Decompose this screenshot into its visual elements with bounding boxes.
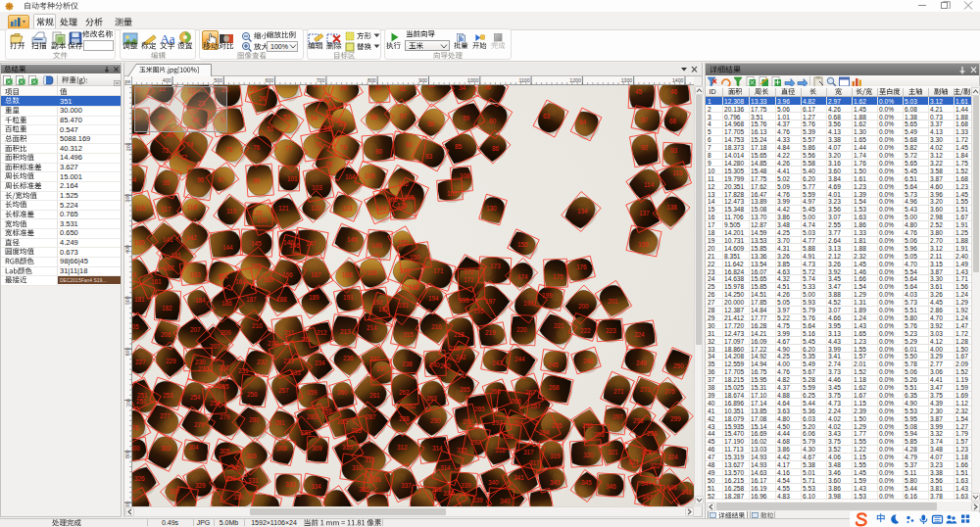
svg-text:105: 105: [365, 172, 375, 179]
svg-text:800: 800: [368, 77, 376, 83]
svg-text:26: 26: [250, 85, 258, 92]
svg-text:219: 219: [485, 329, 496, 336]
svg-text:164: 164: [218, 273, 228, 280]
svg-text:56: 56: [370, 114, 378, 120]
svg-text:101: 101: [287, 175, 298, 182]
svg-text:246: 246: [583, 358, 594, 364]
svg-text:1000: 1000: [467, 77, 479, 83]
svg-text:280: 280: [249, 416, 260, 423]
svg-text:343: 343: [550, 479, 561, 486]
svg-text:233: 233: [283, 358, 294, 364]
svg-text:94: 94: [132, 176, 137, 183]
svg-text:338: 338: [443, 490, 454, 497]
svg-text:348: 348: [681, 489, 692, 496]
svg-text:296: 296: [594, 431, 605, 438]
svg-text:205: 205: [132, 323, 139, 330]
svg-text:259: 259: [321, 407, 332, 414]
svg-text:346: 346: [606, 483, 616, 490]
svg-text:172: 172: [464, 268, 474, 275]
svg-text:338: 338: [431, 486, 442, 493]
svg-text:292: 292: [470, 439, 481, 446]
svg-text:46: 46: [670, 88, 678, 95]
svg-text:64: 64: [579, 119, 587, 125]
svg-text:254: 254: [210, 400, 220, 407]
svg-text:210: 210: [268, 340, 278, 347]
svg-text:108: 108: [460, 172, 470, 179]
svg-text:305: 305: [230, 464, 241, 471]
svg-text:28: 28: [328, 105, 336, 112]
svg-text:201: 201: [608, 298, 618, 305]
svg-text:348: 348: [666, 484, 677, 491]
svg-text:237: 237: [376, 365, 387, 372]
svg-text:121: 121: [278, 205, 289, 212]
svg-text:299: 299: [670, 415, 681, 422]
svg-text:314: 314: [432, 445, 443, 452]
svg-text:216: 216: [449, 345, 460, 352]
svg-text:197: 197: [485, 298, 496, 305]
svg-text:333: 333: [285, 481, 296, 488]
svg-text:149: 149: [371, 242, 382, 249]
svg-text:34: 34: [459, 85, 466, 91]
svg-text:309: 309: [312, 445, 322, 452]
svg-text:310: 310: [352, 464, 363, 471]
svg-text:243: 243: [492, 359, 503, 366]
svg-text:312: 312: [397, 444, 408, 451]
svg-text:54: 54: [311, 115, 318, 121]
svg-text:298: 298: [647, 430, 658, 437]
svg-text:275: 275: [664, 388, 675, 395]
svg-text:254: 254: [190, 394, 201, 401]
svg-text:161: 161: [151, 278, 162, 285]
svg-text:293: 293: [492, 419, 503, 426]
svg-text:187: 187: [246, 296, 257, 303]
svg-text:162: 162: [164, 264, 174, 271]
svg-text:114: 114: [644, 181, 655, 188]
svg-text:339: 339: [472, 497, 483, 503]
svg-text:212: 212: [317, 329, 327, 336]
svg-text:176: 176: [576, 264, 587, 270]
svg-text:294: 294: [539, 429, 550, 436]
svg-text:237: 237: [369, 356, 380, 362]
svg-text:214: 214: [367, 324, 377, 331]
svg-text:189: 189: [309, 294, 319, 301]
svg-text:255: 255: [219, 383, 229, 390]
svg-text:195: 195: [473, 308, 484, 314]
svg-text:220: 220: [516, 326, 527, 333]
svg-text:74: 74: [186, 141, 194, 148]
svg-text:257: 257: [278, 387, 289, 394]
svg-text:287: 287: [366, 413, 376, 420]
svg-text:400: 400: [163, 77, 172, 83]
svg-text:164: 164: [235, 278, 246, 285]
svg-text:600: 600: [125, 348, 131, 357]
svg-text:1200: 1200: [569, 77, 581, 83]
svg-text:194: 194: [428, 295, 439, 302]
svg-text:305: 305: [220, 448, 230, 455]
svg-text:337: 337: [401, 482, 412, 489]
svg-text:106: 106: [398, 180, 409, 187]
svg-text:26: 26: [259, 95, 267, 102]
svg-text:327: 327: [170, 488, 180, 495]
svg-text:55: 55: [338, 120, 346, 127]
svg-text:329: 329: [195, 482, 206, 489]
svg-text:317: 317: [523, 449, 534, 455]
svg-text:138: 138: [666, 204, 677, 211]
svg-text:500: 500: [214, 77, 222, 83]
svg-text:800: 800: [125, 450, 131, 458]
svg-text:58: 58: [427, 120, 435, 127]
svg-text:200: 200: [125, 142, 131, 151]
svg-text:181: 181: [134, 296, 145, 303]
svg-text:28: 28: [313, 85, 320, 88]
svg-text:345: 345: [581, 479, 592, 486]
svg-text:192: 192: [378, 306, 389, 312]
svg-text:266: 266: [511, 398, 521, 405]
svg-text:78: 78: [325, 161, 333, 168]
svg-text:285: 285: [351, 427, 362, 434]
svg-text:271: 271: [613, 388, 624, 395]
svg-text:33: 33: [427, 85, 435, 88]
svg-text:45: 45: [635, 88, 643, 95]
svg-text:188: 188: [276, 296, 287, 303]
svg-text:330: 330: [233, 494, 244, 501]
svg-text:281: 281: [274, 419, 285, 426]
svg-text:302: 302: [161, 445, 172, 452]
svg-text:298: 298: [633, 417, 644, 424]
svg-text:242: 242: [456, 354, 466, 360]
